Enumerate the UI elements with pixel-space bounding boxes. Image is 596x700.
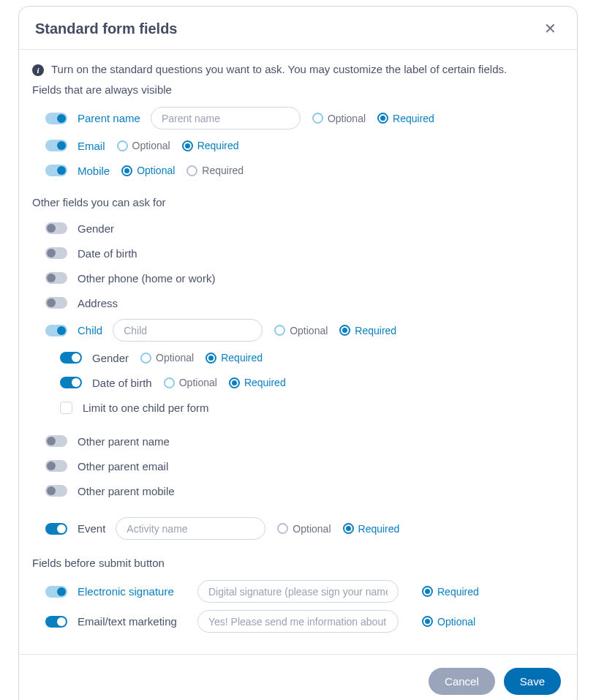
toggle-child-gender[interactable] [60,352,82,364]
label-email: Email [78,140,105,152]
radio-icon [117,140,128,151]
toggle-dob[interactable] [45,247,67,259]
info-text: Turn on the standard questions you want … [51,63,507,75]
row-event: Event Optional Required [32,513,564,543]
radio-icon [140,353,151,364]
row-child-gender: Gender Optional Required [32,345,564,370]
radio-icon [186,165,197,176]
radio-mobile-optional[interactable]: Optional [121,165,175,176]
radio-event-optional[interactable]: Optional [277,523,331,535]
row-esign: Electronic signature Required [32,576,564,606]
info-row: i Turn on the standard questions you wan… [32,63,564,76]
label-gender: Gender [78,222,114,235]
row-other-parent-mobile: Other parent mobile [32,478,564,503]
radio-child-required[interactable]: Required [339,325,396,336]
label-limit-child: Limit to one child per form [83,402,209,414]
toggle-other-parent-name[interactable] [45,435,67,447]
label-address: Address [78,297,118,309]
toggle-mobile[interactable] [45,165,67,176]
radio-esign-required[interactable]: Required [422,586,479,598]
row-marketing: Email/text marketing Optional [32,606,564,636]
row-child-dob: Date of birth Optional Required [32,370,564,395]
radio-icon [164,377,175,388]
toggle-other-parent-email[interactable] [45,460,67,472]
label-dob: Date of birth [78,247,137,260]
radio-child-dob-optional[interactable]: Optional [164,377,217,388]
toggle-gender[interactable] [45,222,67,234]
row-other-phone: Other phone (home or work) [32,266,564,290]
radio-icon [422,586,433,597]
save-button[interactable]: Save [504,668,561,695]
input-child[interactable] [113,319,263,342]
radio-mobile-required[interactable]: Required [186,165,244,176]
input-parent-name[interactable] [151,107,301,129]
info-icon: i [32,64,44,76]
modal-header: Standard form fields ✕ [19,7,577,50]
toggle-child[interactable] [45,325,67,336]
radio-child-optional[interactable]: Optional [274,325,328,336]
row-mobile: Mobile Optional Required [32,158,564,183]
input-event[interactable] [116,517,265,540]
label-other-parent-email: Other parent email [78,460,168,473]
label-other-parent-mobile: Other parent mobile [78,485,175,497]
toggle-esign[interactable] [45,586,67,598]
input-marketing[interactable] [197,610,399,633]
toggle-other-parent-mobile[interactable] [45,485,67,497]
radio-icon [277,523,288,534]
label-esign: Electronic signature [78,585,187,598]
label-marketing: Email/text marketing [78,615,187,628]
row-address: Address [32,290,564,315]
toggle-other-phone[interactable] [45,272,67,284]
checkbox-limit-child[interactable] [60,402,72,414]
radio-parent-name-optional[interactable]: Optional [312,113,366,124]
radio-event-required[interactable]: Required [343,523,400,535]
row-email: Email Optional Required [32,133,564,158]
row-dob: Date of birth [32,241,564,266]
toggle-parent-name[interactable] [45,113,67,124]
row-other-parent-email: Other parent email [32,454,564,478]
radio-icon [339,325,350,336]
row-other-parent-name: Other parent name [32,429,564,454]
section-other-fields: Other fields you can ask for [32,196,564,208]
radio-icon [312,113,323,124]
section-always-visible: Fields that are always visible [32,83,564,96]
standard-form-fields-modal: Standard form fields ✕ i Turn on the sta… [18,6,578,700]
cancel-button[interactable]: Cancel [429,668,495,695]
toggle-marketing[interactable] [45,616,67,628]
close-icon[interactable]: ✕ [540,18,561,39]
radio-parent-name-required[interactable]: Required [377,113,434,124]
toggle-email[interactable] [45,140,67,151]
toggle-address[interactable] [45,297,67,309]
row-parent-name: Parent name Optional Required [32,103,564,133]
radio-icon [422,616,433,627]
radio-icon [229,377,240,388]
radio-marketing-optional[interactable]: Optional [422,616,475,628]
radio-email-optional[interactable]: Optional [117,140,170,151]
radio-icon [182,140,193,151]
modal-title: Standard form fields [35,20,177,37]
radio-child-gender-optional[interactable]: Optional [140,352,194,364]
label-parent-name: Parent name [78,112,140,124]
label-child-gender: Gender [92,352,129,364]
input-esign[interactable] [197,580,399,603]
radio-icon [343,523,354,534]
label-other-parent-name: Other parent name [78,435,170,448]
radio-icon [205,353,216,364]
row-gender: Gender [32,216,564,241]
label-child: Child [78,324,102,336]
toggle-event[interactable] [45,523,67,535]
modal-body: i Turn on the standard questions you wan… [19,50,577,654]
label-other-phone: Other phone (home or work) [78,272,215,285]
radio-icon [274,325,285,336]
radio-child-gender-required[interactable]: Required [205,352,263,364]
section-before-submit: Fields before submit button [32,557,564,569]
toggle-child-dob[interactable] [60,377,82,388]
radio-icon [377,113,388,124]
modal-footer: Cancel Save [19,654,577,700]
label-mobile: Mobile [78,165,110,177]
radio-child-dob-required[interactable]: Required [229,377,286,388]
row-limit-child: Limit to one child per form [32,395,564,420]
label-child-dob: Date of birth [92,377,152,389]
row-child: Child Optional Required [32,315,564,345]
radio-email-required[interactable]: Required [182,140,239,151]
